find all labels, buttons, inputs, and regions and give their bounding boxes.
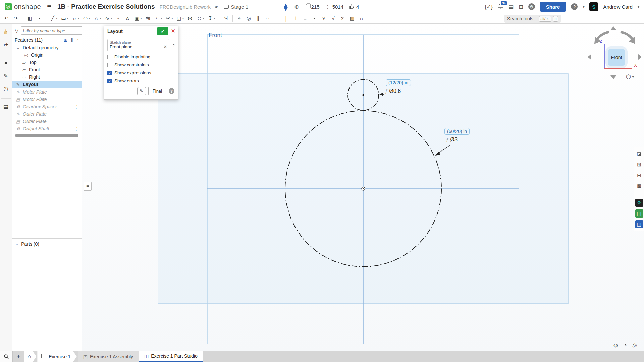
view-left-arrow[interactable] (588, 54, 591, 60)
clear-selection-icon[interactable]: ✕ (163, 44, 167, 49)
symmetric-constraint-icon[interactable]: ⋎ (320, 15, 328, 22)
green-doc-panel-icon[interactable]: ◫ (635, 209, 643, 218)
feature-layout-sketch[interactable]: ✎ Layout (12, 81, 82, 88)
sketch-plane-field[interactable]: Sketch plane Front plane ✕ (107, 39, 169, 51)
rotate-ccw-arrow-icon[interactable] (597, 32, 609, 39)
versions-history-icon[interactable]: ⋔ (1, 26, 11, 37)
trim-tool-icon[interactable]: ✂ ▾ (164, 15, 174, 22)
dimension-expression-tag[interactable]: (60/20) in (444, 128, 470, 135)
protractor-icon[interactable]: ◔ (623, 342, 627, 349)
arc-tool-icon[interactable]: ◠ ▾ (82, 15, 92, 22)
rollback-clock-icon[interactable]: ◔ (76, 37, 79, 43)
tab-search-button[interactable] (0, 351, 13, 362)
mass-properties-icon[interactable]: ⚖ (632, 342, 637, 349)
dimension-value[interactable]: ƒØ3 (446, 137, 458, 143)
coincident-constraint-icon[interactable]: ⌖ (235, 15, 244, 22)
small-circle-center-point[interactable] (362, 94, 364, 96)
views-count[interactable]: ⋮ 5014 (325, 4, 343, 10)
share-button[interactable]: Share (540, 2, 566, 12)
sketch-icon[interactable]: ◧ (25, 15, 34, 22)
feature-origin[interactable]: ◎ Origin (12, 51, 82, 59)
checkbox-icon[interactable] (107, 63, 112, 67)
curvature-constraint-icon[interactable]: √ (329, 15, 338, 22)
parts-section[interactable]: ⌄ Parts (0) (12, 238, 82, 249)
likes-count[interactable]: 4 (349, 4, 359, 10)
equal-constraint-icon[interactable]: = (301, 15, 310, 22)
concentric-constraint-icon[interactable]: ◎ (245, 15, 253, 22)
final-button[interactable]: Final (148, 87, 166, 95)
slot-tool-icon[interactable]: ▣ ▾ (133, 15, 143, 22)
normal-constraint-icon[interactable]: ∩ (357, 15, 366, 22)
copies-count[interactable]: 215 (304, 4, 320, 10)
dimension-value[interactable]: ƒØ0.6 (385, 88, 401, 94)
circle-tool-icon[interactable]: ○ ▾ (70, 15, 81, 22)
view-cube[interactable]: Z X Front ⬡▾ (587, 26, 642, 82)
featurescript-panel-icon[interactable]: ⚙ (635, 199, 643, 207)
new-folder-icon[interactable]: ⊞ (64, 37, 68, 43)
feature-top-plane[interactable]: ▱ Top (12, 59, 82, 66)
dialog-checkbox-row[interactable]: ✓ Show errors (107, 78, 175, 83)
feature-motor-plate-extrude[interactable]: ▤ Motor Plate (12, 96, 82, 103)
comments-icon[interactable]: ● (1, 58, 11, 68)
insert-feature-icon[interactable]: ⁝+ (1, 39, 11, 49)
feature-panel-toggle-icon[interactable]: ≡ (84, 182, 92, 191)
feature-gearbox-spacer[interactable]: ⚙ Gearbox Spacer ⋮ (12, 103, 82, 110)
rotate-cw-arrow-icon[interactable] (621, 32, 633, 39)
dialog-checkbox-row[interactable]: ✓ Show expressions (107, 70, 175, 75)
filter-funnel-icon[interactable]: ▽ (15, 27, 19, 34)
confirm-check-button[interactable]: ✓ (157, 27, 168, 35)
tangent-constraint-icon[interactable]: ⌣ (263, 15, 272, 22)
feature-motor-plate-sketch[interactable]: ✎ Motor Plate (12, 88, 82, 96)
tab-exercise-1[interactable]: Exercise 1 (37, 351, 76, 362)
checklist-icon[interactable]: ▤ (1, 98, 11, 112)
edit-notes-icon[interactable]: ✎ (1, 71, 11, 81)
redo-icon[interactable]: ↷ (12, 15, 20, 22)
isometric-view-button[interactable]: ⬡▾ (626, 73, 634, 80)
rollback-bar[interactable] (15, 134, 78, 137)
feature-filter-input[interactable] (21, 26, 85, 35)
fix-constraint-icon[interactable]: ▨ (348, 15, 357, 22)
notifications-bell-icon[interactable]: 9+ (498, 3, 503, 10)
rectangle-tool-icon[interactable]: ▭ ▾ (60, 15, 70, 22)
sketch-settings-button[interactable]: ✎ (137, 87, 146, 95)
tab-exercise-1-part-studio[interactable]: ◫ Exercise 1 Part Studio (139, 351, 203, 362)
help-caret-icon[interactable]: ▾ (583, 5, 584, 9)
horizontal-constraint-icon[interactable]: ─ (273, 15, 281, 22)
dialog-help-icon[interactable]: ? (169, 88, 174, 94)
sketch-tools-icon[interactable]: ◔ (35, 15, 44, 22)
user-avatar[interactable]: S (589, 2, 598, 11)
dialog-checkbox-row[interactable]: Disable imprinting (107, 54, 175, 59)
undo-icon[interactable]: ↶ (2, 15, 11, 22)
versions-check-icon[interactable]: {✓} (485, 4, 493, 10)
text-tool-icon[interactable]: A (123, 15, 132, 22)
cancel-x-button[interactable]: ✕ (170, 28, 178, 34)
home-tab-button[interactable]: ⌂ (24, 351, 36, 362)
midpoint-constraint-icon[interactable]: -•- (310, 15, 319, 22)
offset-tool-icon[interactable]: ◱ ▾ (175, 15, 185, 22)
view-down-arrow[interactable] (610, 75, 616, 79)
point-tool-icon[interactable]: ◦ (114, 15, 123, 22)
public-globe-icon[interactable]: ⊕ (294, 4, 299, 10)
custom-table-panel-icon[interactable]: ⊞ (635, 161, 643, 169)
configurations-table-panel-icon[interactable]: ⊟ (635, 171, 643, 179)
dimension-tool-icon[interactable]: ⇲ (221, 15, 230, 22)
feature-outer-plate-extrude[interactable]: ▤ Outer Plate (12, 118, 82, 125)
parallel-constraint-icon[interactable]: ∥ (254, 15, 263, 22)
sketch-grid-toggle-icon[interactable]: ◔ (171, 42, 175, 49)
line-tool-icon[interactable]: ╱ ▾ (49, 15, 59, 22)
pattern-tool-icon[interactable]: ∷ ▾ (195, 15, 206, 22)
feature-right-plane[interactable]: ▱ Right (12, 73, 82, 81)
fillet-tool-icon[interactable]: ◜ ▾ (153, 15, 164, 22)
view-up-arrow[interactable] (610, 26, 616, 30)
dimension-expression-tag[interactable]: (12/20) in (386, 79, 411, 86)
pattern-constraint-icon[interactable]: Σ (338, 15, 347, 22)
dialog-checkbox-row[interactable]: Show constraints (107, 62, 175, 67)
feature-default-geometry[interactable]: ⌄ Default geometry (12, 44, 82, 51)
blue-doc-panel-icon[interactable]: ◫ (635, 220, 643, 228)
tasks-list-icon[interactable]: ▤ (508, 4, 514, 10)
workspace-selector[interactable]: Stage 1 (224, 4, 248, 10)
link-icon[interactable]: ⚭ (214, 4, 218, 10)
checkbox-icon[interactable]: ✓ (107, 79, 112, 83)
view-right-arrow[interactable] (638, 54, 642, 60)
view-cube-front-face[interactable]: Front (608, 49, 625, 66)
